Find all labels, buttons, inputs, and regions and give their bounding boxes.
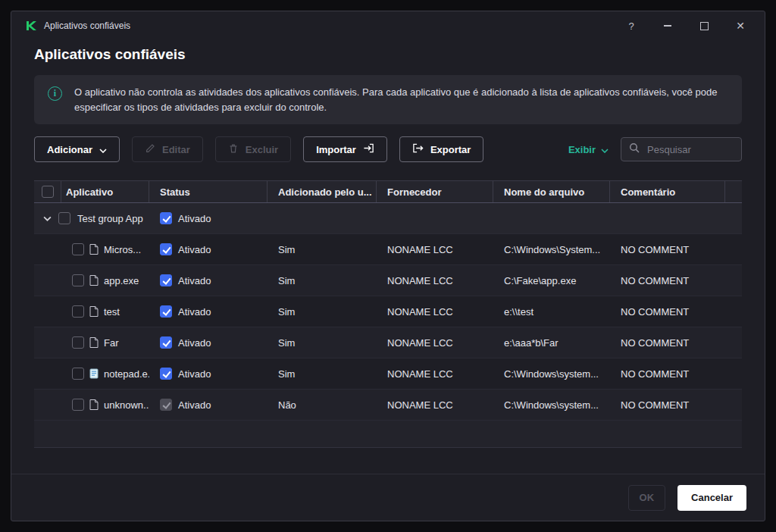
comment-value: NO COMMENT [610, 296, 725, 327]
table-row[interactable]: Micros... Ativado Sim NONAME LCC C:\Wind… [34, 234, 742, 265]
chevron-down-icon [601, 144, 609, 155]
status-label: Ativado [178, 306, 211, 318]
search-input[interactable] [646, 143, 734, 156]
edit-button[interactable]: Editar [132, 136, 203, 162]
dialog-footer: OK Cancelar [11, 474, 765, 521]
status-checkbox[interactable] [160, 212, 172, 224]
status-label: Ativado [178, 368, 211, 380]
help-button[interactable]: ? [625, 20, 637, 32]
column-header-application[interactable]: Aplicativo [61, 181, 149, 202]
cancel-button[interactable]: Cancelar [677, 485, 746, 511]
row-checkbox[interactable] [72, 336, 84, 349]
table-row[interactable]: notepad.e... Ativado Sim NONAME LCC C:\W… [34, 358, 742, 390]
search-icon [629, 142, 640, 156]
status-label: Ativado [178, 399, 211, 411]
row-checkbox[interactable] [72, 399, 84, 411]
status-checkbox[interactable] [160, 399, 172, 411]
added-by-user-value: Sim [268, 234, 377, 264]
comment-value: NO COMMENT [610, 358, 725, 389]
vendor-value: NONAME LCC [377, 358, 493, 389]
delete-button[interactable]: Excluir [215, 136, 291, 162]
vendor-value: NONAME LCC [377, 390, 493, 420]
comment-value: NO COMMENT [610, 327, 725, 358]
app-name: Micros... [104, 244, 141, 255]
view-dropdown[interactable]: Exibir [568, 144, 609, 155]
table-row[interactable]: test Ativado Sim NONAME LCC e:\\test NO … [34, 296, 742, 327]
status-label: Ativado [178, 213, 211, 224]
file-path-value: C:\Windows\system... [493, 358, 610, 389]
add-button[interactable]: Adicionar [34, 136, 120, 162]
kaspersky-logo [25, 20, 37, 32]
status-label: Ativado [178, 275, 211, 286]
row-checkbox[interactable] [72, 305, 84, 318]
delete-button-label: Excluir [246, 144, 278, 155]
import-button-label: Importar [316, 144, 356, 155]
trusted-apps-table: Aplicativo Status Adicionado pelo u... F… [34, 180, 742, 448]
vendor-value: NONAME LCC [377, 265, 493, 296]
import-icon [363, 142, 374, 156]
column-header-added-by-user[interactable]: Adicionado pelo u... [268, 181, 377, 202]
row-checkbox[interactable] [72, 274, 84, 286]
table-row[interactable]: unknown... Ativado Não NONAME LCC C:\Win… [34, 390, 742, 421]
title-bar: Aplicativos confiáveis ? ✕ [11, 11, 765, 40]
file-icon [89, 337, 99, 348]
table-group-row[interactable]: Test group App Ativado [34, 203, 742, 234]
add-button-label: Adicionar [47, 144, 92, 155]
file-icon [89, 275, 99, 286]
import-button[interactable]: Importar [303, 136, 387, 162]
added-by-user-value: Sim [268, 296, 377, 327]
view-dropdown-label: Exibir [568, 144, 596, 155]
info-icon: i [48, 86, 62, 101]
table-row[interactable]: app.exe Ativado Sim NONAME LCC C:\Fake\a… [34, 265, 742, 296]
close-button[interactable]: ✕ [734, 20, 746, 32]
file-path-value: C:\Windows\System... [493, 234, 610, 264]
info-banner: i O aplicativo não controla as atividade… [34, 75, 742, 124]
table-empty-area [34, 421, 742, 448]
added-by-user-value: Sim [268, 358, 377, 389]
row-checkbox[interactable] [58, 212, 70, 224]
status-checkbox[interactable] [160, 368, 172, 380]
trash-icon [228, 143, 239, 156]
app-name: notepad.e... [104, 368, 149, 380]
notepad-icon [89, 368, 99, 379]
edit-button-label: Editar [162, 144, 190, 155]
pencil-icon [145, 143, 155, 156]
app-name: app.exe [104, 275, 139, 286]
column-header-status[interactable]: Status [149, 181, 268, 202]
status-checkbox[interactable] [160, 243, 172, 255]
export-icon [412, 142, 424, 156]
info-text: O aplicativo não controla as atividades … [74, 85, 728, 114]
table-header: Aplicativo Status Adicionado pelo u... F… [34, 180, 742, 203]
status-checkbox[interactable] [160, 305, 172, 318]
status-checkbox[interactable] [160, 274, 172, 286]
added-by-user-value: Sim [268, 265, 377, 296]
file-icon [89, 399, 99, 410]
maximize-button[interactable] [698, 20, 710, 32]
file-icon [89, 306, 99, 317]
status-checkbox[interactable] [160, 336, 172, 349]
collapse-chevron-icon[interactable] [43, 216, 52, 221]
comment-value: NO COMMENT [610, 390, 725, 420]
column-header-comment[interactable]: Comentário [610, 181, 725, 202]
comment-value: NO COMMENT [610, 234, 725, 264]
vendor-value: NONAME LCC [377, 327, 493, 358]
file-icon [89, 244, 99, 255]
export-button[interactable]: Exportar [399, 136, 483, 162]
column-header-vendor[interactable]: Fornecedor [377, 181, 493, 202]
app-name: test [104, 306, 120, 318]
ok-button[interactable]: OK [628, 485, 666, 511]
table-row[interactable]: Far Ativado Sim NONAME LCC e:\aaa*b\Far … [34, 327, 742, 358]
minimize-button[interactable] [662, 20, 674, 32]
group-name: Test group App [77, 213, 143, 224]
file-path-value: e:\\test [493, 296, 610, 327]
file-path-value: C:\Windows\system... [493, 390, 610, 420]
chevron-down-icon [99, 144, 107, 155]
column-header-file-name[interactable]: Nome do arquivo [493, 181, 610, 202]
export-button-label: Exportar [430, 144, 471, 155]
row-checkbox[interactable] [72, 243, 84, 255]
row-checkbox[interactable] [72, 368, 84, 380]
select-all-checkbox[interactable] [42, 186, 54, 198]
app-window: Aplicativos confiáveis ? ✕ Aplicativos c… [11, 11, 765, 521]
vendor-value: NONAME LCC [377, 234, 493, 264]
toolbar: Adicionar Editar Excluir Importar [34, 136, 742, 162]
